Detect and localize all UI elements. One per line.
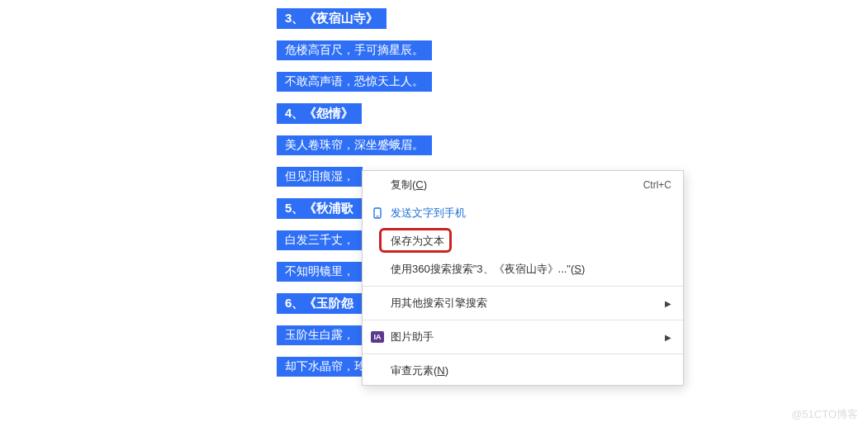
menu-save-text-label: 保存为文本 (391, 234, 671, 249)
menu-send-phone-label: 发送文字到手机 (391, 206, 671, 221)
menu-other-engine-label: 用其他搜索引擎搜索 (391, 296, 671, 311)
svg-rect-1 (377, 216, 379, 216)
menu-image-helper[interactable]: IA 图片助手 ▶ (363, 323, 683, 351)
menu-inspect-label: 审查元素(N) (391, 363, 671, 378)
context-menu: 复制(C) Ctrl+C 发送文字到手机 保存为文本 使用360搜索搜索"3、《… (362, 170, 684, 386)
poem-heading: 4、《怨情》 (277, 103, 362, 124)
menu-copy[interactable]: 复制(C) Ctrl+C (363, 171, 683, 199)
poem-heading: 3、《夜宿山寺》 (277, 8, 387, 29)
watermark: @51CTO博客 (791, 407, 858, 422)
chevron-right-icon: ▶ (665, 299, 671, 308)
menu-save-as-text[interactable]: 保存为文本 (363, 227, 683, 255)
menu-separator (363, 320, 683, 320)
menu-separator (363, 353, 683, 354)
menu-inspect-element[interactable]: 审查元素(N) (363, 357, 683, 385)
poem-line: 玉阶生白露， (277, 325, 363, 345)
menu-image-helper-label: 图片助手 (391, 330, 671, 344)
chevron-right-icon: ▶ (665, 333, 671, 342)
menu-separator (363, 286, 683, 287)
menu-search-360[interactable]: 使用360搜索搜索"3、《夜宿山寺》..."(S) (363, 255, 683, 283)
menu-copy-shortcut: Ctrl+C (643, 179, 671, 191)
poem-line: 美人卷珠帘，深坐蹙蛾眉。 (277, 135, 432, 155)
menu-other-search-engine[interactable]: 用其他搜索引擎搜索 ▶ (363, 289, 683, 317)
poem-heading: 6、《玉阶怨 (277, 293, 362, 314)
poem-heading: 5、《秋浦歌 (277, 198, 362, 219)
image-helper-icon: IA (371, 331, 384, 343)
poem-line: 不敢高声语，恐惊天上人。 (277, 72, 432, 92)
menu-send-to-phone[interactable]: 发送文字到手机 (363, 199, 683, 227)
poem-line: 但见泪痕湿， (277, 167, 363, 187)
poem-line: 白发三千丈， (277, 230, 363, 250)
poem-line: 不知明镜里， (277, 262, 363, 282)
menu-search-360-label: 使用360搜索搜索"3、《夜宿山寺》..."(S) (391, 262, 671, 277)
poem-line: 危楼高百尺，手可摘星辰。 (277, 40, 432, 60)
menu-copy-label: 复制(C) (391, 178, 643, 192)
phone-icon (371, 206, 384, 220)
